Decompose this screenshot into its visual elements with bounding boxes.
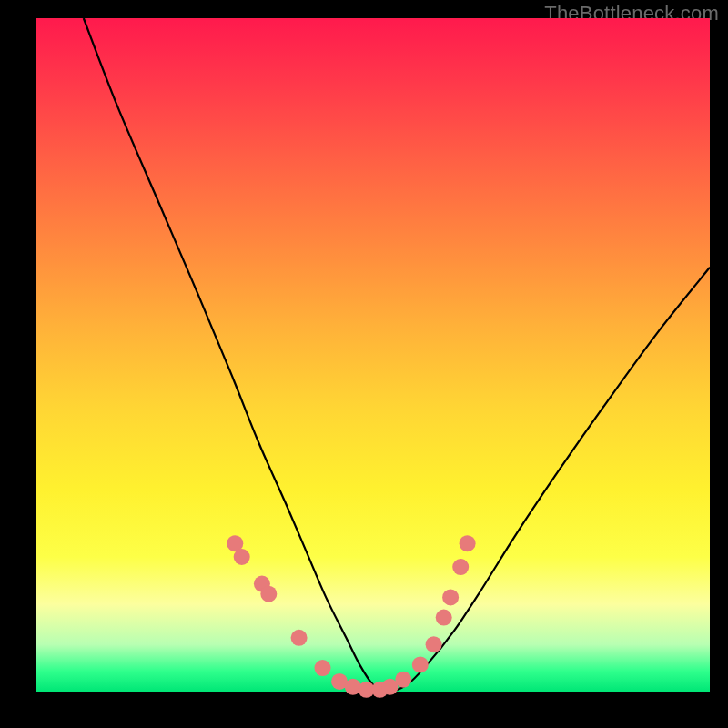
marker-dot xyxy=(315,660,331,676)
chart-frame: TheBottleneck.com xyxy=(0,0,728,728)
marker-dot xyxy=(452,559,469,575)
marker-dot xyxy=(395,672,411,688)
marker-dot xyxy=(426,636,442,652)
marker-dot xyxy=(412,656,429,672)
marker-dot xyxy=(442,589,459,605)
marker-dot xyxy=(345,679,361,695)
plot-area xyxy=(36,18,710,692)
marker-dots-group xyxy=(227,535,475,698)
marker-dot xyxy=(260,586,277,602)
marker-dot xyxy=(436,610,452,626)
bottleneck-curve xyxy=(84,18,710,692)
marker-dot xyxy=(291,630,308,646)
chart-svg xyxy=(36,18,710,692)
marker-dot xyxy=(460,535,476,551)
marker-dot xyxy=(234,549,250,565)
